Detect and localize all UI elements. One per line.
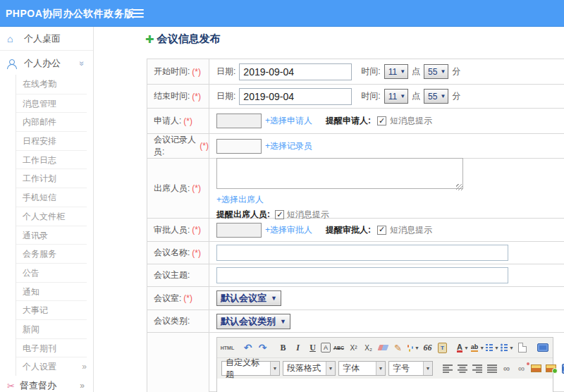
sidebar-item-meeting-services[interactable]: 会务服务 xyxy=(16,244,87,263)
select-recorder-link[interactable]: +选择记录员 xyxy=(265,140,312,152)
attendees-textarea[interactable] xyxy=(216,158,463,189)
end-minute-select[interactable]: 55▼ xyxy=(424,89,448,104)
resize-grip-icon[interactable] xyxy=(456,184,462,190)
chevron-down-icon: ▼ xyxy=(280,318,286,325)
recorder-input[interactable] xyxy=(216,139,262,154)
start-minute-select[interactable]: 55▼ xyxy=(424,64,448,79)
sidebar-item-internal-mail[interactable]: 内部邮件 xyxy=(16,112,87,131)
sidebar-item-announcements[interactable]: 公告 xyxy=(16,263,87,282)
sidebar-item-sms[interactable]: 手机短信 xyxy=(16,188,87,207)
blank-page-icon xyxy=(518,343,527,353)
minute-unit: 分 xyxy=(452,90,460,102)
font-style-button[interactable]: A xyxy=(321,343,331,353)
html-source-button[interactable]: HTML xyxy=(221,341,234,355)
justify-button[interactable] xyxy=(485,362,498,376)
required-mark: (*) xyxy=(200,141,209,151)
insert-media-button[interactable] xyxy=(559,362,564,376)
sidebar-item-news[interactable]: 新闻 xyxy=(16,319,87,338)
undo-icon[interactable]: ↶ xyxy=(241,341,255,355)
applicant-input[interactable] xyxy=(216,114,262,128)
sidebar-item-desktop[interactable]: ⌂ 个人桌面 xyxy=(0,30,93,48)
required-mark: (*) xyxy=(183,116,192,126)
italic-button[interactable]: I xyxy=(291,341,305,355)
font-family-select[interactable]: 字体 ▼ xyxy=(338,361,386,376)
sidebar-item-personal-office[interactable]: 个人办公 » xyxy=(0,52,93,75)
sidebar-item-personal-settings[interactable]: 个人设置 » xyxy=(16,357,87,376)
align-right-button[interactable] xyxy=(470,362,484,376)
insert-image-button[interactable] xyxy=(544,362,558,376)
start-date-input[interactable] xyxy=(239,63,352,80)
bold-button[interactable]: B xyxy=(276,341,290,355)
required-mark: (*) xyxy=(192,183,201,193)
font-size-select[interactable]: 字号 ▼ xyxy=(388,361,433,376)
subscript-button[interactable]: X₂ xyxy=(362,341,375,355)
strikethrough-button[interactable]: ABC xyxy=(332,341,345,355)
heading-select[interactable]: 自定义标题 ▼ xyxy=(221,361,280,376)
select-approver-link[interactable]: +选择审批人 xyxy=(265,224,312,236)
unordered-list-button[interactable]: ▼ xyxy=(501,341,514,355)
sidebar-item-work-plan[interactable]: 工作计划 xyxy=(16,169,87,188)
hour-unit: 点 xyxy=(412,66,420,78)
new-page-button[interactable] xyxy=(515,341,529,355)
applicant-label: 申请人: xyxy=(154,115,181,127)
attendees-label: 出席人员: xyxy=(154,183,190,195)
row-end-time: 结束时间: (*) 日期: 时间: 11▼ 点 55▼ 分 xyxy=(147,84,564,108)
eraser-icon[interactable] xyxy=(376,341,390,355)
align-center-icon xyxy=(458,365,467,373)
font-color-button[interactable]: A▼ xyxy=(456,341,470,355)
sidebar-item-work-log[interactable]: 工作日志 xyxy=(16,150,87,169)
editor-content-area[interactable] xyxy=(217,379,553,392)
end-date-input[interactable] xyxy=(239,88,352,105)
meeting-category-select[interactable]: 默认会议类别 ▼ xyxy=(216,314,290,329)
chevron-down-icon: ▼ xyxy=(270,362,279,375)
format-brush-icon[interactable]: ✎ xyxy=(391,341,405,355)
sidebar-item-e-journal[interactable]: 电子期刊 xyxy=(16,338,87,357)
superscript-button[interactable]: X² xyxy=(347,341,360,355)
chevron-down-icon: ▼ xyxy=(326,362,335,375)
paint-format-icon[interactable]: ▼ xyxy=(406,341,419,355)
sms-remind-checkbox[interactable] xyxy=(377,226,386,235)
fullscreen-icon xyxy=(537,343,548,352)
sidebar-item-messages[interactable]: 消息管理 xyxy=(16,94,87,113)
redo-icon[interactable]: ↷ xyxy=(256,341,269,355)
ordered-list-button[interactable]: ▼ xyxy=(486,341,499,355)
paragraph-format-select[interactable]: 段落格式 ▼ xyxy=(283,361,336,376)
sidebar-item-notices[interactable]: 通知 xyxy=(16,282,87,301)
align-center-button[interactable] xyxy=(455,362,469,376)
sms-remind-checkbox[interactable] xyxy=(377,116,386,125)
row-approver: 审批人员: (*) +选择审批人 提醒审批人: 短消息提示 xyxy=(147,218,564,241)
sidebar-item-supervision[interactable]: ✂ 督查督办 » xyxy=(0,376,93,392)
row-recorder: 会议记录人员: (*) +选择记录员 xyxy=(147,133,564,158)
sidebar-item-attendance[interactable]: 在线考勤 xyxy=(16,75,87,94)
sidebar-item-major-events[interactable]: 大事记 xyxy=(16,300,87,319)
meeting-room-select[interactable]: 默认会议室 ▼ xyxy=(216,290,281,306)
insert-link-icon[interactable]: ∞ xyxy=(500,362,513,376)
remove-link-icon[interactable]: ∞ xyxy=(515,362,528,376)
highlight-button[interactable]: ab▼ xyxy=(471,341,484,355)
select-applicant-link[interactable]: +选择申请人 xyxy=(265,115,312,127)
end-hour-select[interactable]: 11▼ xyxy=(384,89,408,104)
align-left-button[interactable] xyxy=(441,362,454,376)
chevron-double-down-icon: » xyxy=(78,61,87,66)
insert-flash-button[interactable] xyxy=(529,362,543,376)
select-attendees-link[interactable]: +选择出席人 xyxy=(216,194,264,206)
row-start-time: 开始时间: (*) 日期: 时间: 11▼ 点 55▼ 分 xyxy=(147,59,564,84)
start-hour-select[interactable]: 11▼ xyxy=(384,64,408,79)
sidebar-item-schedule[interactable]: 日程安排 xyxy=(16,131,87,150)
time-label: 时间: xyxy=(361,90,380,102)
chevron-down-icon: ▼ xyxy=(440,93,446,99)
user-icon xyxy=(7,59,17,68)
meeting-form: 开始时间: (*) 日期: 时间: 11▼ 点 55▼ 分 结束时间: (*) xyxy=(147,59,564,392)
blockquote-button[interactable]: 66 xyxy=(421,341,434,355)
menu-toggle-icon[interactable] xyxy=(133,9,145,18)
sidebar-item-file-cabinet[interactable]: 个人文件柜 xyxy=(16,207,87,226)
sidebar-item-contacts[interactable]: 通讯录 xyxy=(16,226,87,245)
meeting-subject-input[interactable] xyxy=(216,267,508,283)
image-icon xyxy=(546,365,556,372)
underline-button[interactable]: U xyxy=(306,341,319,355)
flash-icon xyxy=(531,365,541,372)
meeting-name-input[interactable] xyxy=(216,245,508,261)
fullscreen-button[interactable] xyxy=(536,341,549,355)
approver-input[interactable] xyxy=(216,223,262,238)
paste-as-text-icon[interactable]: T xyxy=(436,341,449,355)
